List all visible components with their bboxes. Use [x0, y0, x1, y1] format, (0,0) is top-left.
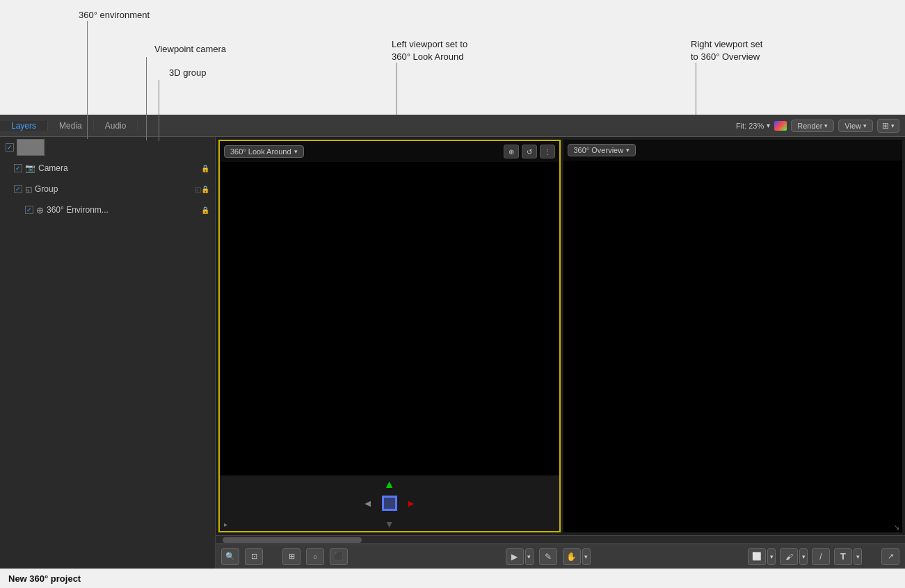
scrollbar-thumb[interactable] — [223, 537, 362, 543]
vp-right-chevron: ▾ — [626, 147, 630, 154]
gizmo-up-arrow: ▲ — [384, 478, 395, 491]
viewport-left: 360° Look Around ▾ ⊕ ↺ ⋮ — [218, 140, 561, 532]
layer-checkbox-camera[interactable]: ✓ — [14, 164, 22, 172]
scroll-left: ▸ — [224, 521, 227, 528]
viewport-right: 360° Overview ▾ ↘ — [563, 140, 903, 532]
viewport-left-dropdown[interactable]: 360° Look Around ▾ — [224, 145, 304, 158]
btn-paint-chevron[interactable]: ▾ — [799, 548, 808, 565]
fit-label: Fit: 23% — [736, 122, 764, 130]
fit-chevron[interactable]: ▾ — [767, 122, 770, 129]
layer-checkbox-group[interactable]: ✓ — [14, 185, 22, 193]
btn-monitor[interactable]: ⬛ — [330, 548, 348, 565]
tool-select-group: ▶ ▾ — [506, 548, 534, 565]
gizmo-container: ▲ ◄ ► ▼ — [362, 475, 417, 531]
select-icon: ▶ — [511, 552, 518, 562]
line-icon: / — [819, 552, 822, 562]
viewport-right-canvas — [563, 161, 903, 532]
viewport-right-dropdown[interactable]: 360° Overview ▾ — [568, 144, 636, 156]
search-icon: 🔍 — [225, 552, 235, 561]
gizmo-right-arrow: ► — [406, 498, 416, 509]
btn-text[interactable]: T — [834, 548, 852, 565]
top-toolbar: Layers Media Audio Fit: 23% ▾ Render ▾ V… — [0, 115, 905, 137]
pen-icon: ✎ — [545, 552, 552, 562]
callout-line-group — [159, 80, 159, 141]
viewport-right-toolbar: 360° Overview ▾ — [563, 140, 903, 161]
btn-text-chevron[interactable]: ▾ — [854, 548, 862, 565]
hand-chevron-icon: ▾ — [584, 553, 588, 560]
layer-item-env[interactable]: ✓ ⊕ 360° Environm... 🔒 — [0, 199, 215, 220]
btn-shape[interactable]: ⬜ — [748, 548, 766, 565]
btn-circle[interactable]: ○ — [306, 548, 324, 565]
annotation-left-vp: Left viewport set to 360° Look Around — [392, 38, 467, 63]
callout-line-left-vp — [397, 63, 397, 115]
view-chevron: ▾ — [863, 122, 867, 129]
tool-text-group: T ▾ — [834, 548, 862, 565]
btn-hand-chevron[interactable]: ▾ — [582, 548, 591, 565]
sidebar: ✓ ✓ 📷 Camera 🔒 ✓ ◱ Group ◱🔒 — [0, 137, 216, 569]
layer-item-group[interactable]: ✓ ◱ Group ◱🔒 — [0, 179, 215, 199]
viewport-left-mode: 360° Look Around — [230, 147, 291, 156]
layer-name-env: 360° Environm... — [47, 205, 198, 215]
btn-grid[interactable]: ⊞ — [282, 548, 301, 565]
hand-icon: ✋ — [566, 552, 577, 562]
color-swatch[interactable] — [774, 121, 787, 131]
btn-select-chevron[interactable]: ▾ — [525, 548, 534, 565]
tool-shape-group: ⬜ ▾ — [748, 548, 776, 565]
main-content: ✓ ✓ 📷 Camera 🔒 ✓ ◱ Group ◱🔒 — [0, 137, 905, 569]
gizmo-center-square — [382, 496, 397, 511]
btn-search[interactable]: 🔍 — [221, 548, 239, 565]
viewport-scrollbar[interactable] — [216, 535, 905, 544]
tool-paint-group: 🖌 ▾ — [780, 548, 808, 565]
layer-item-camera[interactable]: ✓ 📷 Camera 🔒 — [0, 158, 215, 179]
layer-checkbox-project[interactable]: ✓ — [6, 143, 14, 152]
btn-expand[interactable]: ↗ — [881, 548, 899, 565]
layout-button[interactable]: ⊞ ▾ — [877, 119, 899, 133]
btn-select[interactable]: ▶ — [506, 548, 524, 565]
circle-icon: ○ — [313, 553, 318, 561]
vp-btn-crosshair[interactable]: ⊕ — [504, 145, 519, 158]
layer-checkbox-env[interactable]: ✓ — [25, 206, 33, 214]
viewport-left-toolbar: 360° Look Around ▾ ⊕ ↺ ⋮ — [220, 141, 559, 162]
view-button[interactable]: View ▾ — [838, 120, 873, 132]
viewport-left-controls: ⊕ ↺ ⋮ — [504, 145, 555, 158]
env-icon: ⊕ — [36, 205, 44, 215]
btn-layout[interactable]: ⊡ — [245, 548, 263, 565]
annotation-3dgroup: 3D group — [169, 67, 206, 78]
viewport-right-mode: 360° Overview — [574, 146, 624, 154]
vp-btn-more[interactable]: ⋮ — [540, 145, 555, 158]
btn-paint[interactable]: 🖌 — [780, 548, 798, 565]
tab-audio[interactable]: Audio — [94, 121, 138, 131]
annotation-area: 360° environment Viewpoint camera 3D gro… — [0, 0, 905, 115]
vp-left-chevron: ▾ — [294, 148, 298, 155]
layout-icon: ⊞ — [882, 121, 889, 131]
toolbar-right: Fit: 23% ▾ Render ▾ View ▾ ⊞ ▾ — [736, 119, 905, 133]
paint-icon: 🖌 — [785, 553, 793, 561]
tool-hand-group: ✋ ▾ — [563, 548, 591, 565]
layer-lock-env: 🔒 — [201, 206, 209, 214]
callout-line-env — [87, 21, 88, 139]
btn-line[interactable]: / — [812, 548, 830, 565]
callout-line-cam — [146, 57, 147, 140]
render-button[interactable]: Render ▾ — [791, 120, 834, 132]
select-chevron-icon: ▾ — [527, 553, 531, 560]
layer-item-project[interactable]: ✓ — [0, 137, 215, 158]
annotation-360env: 360° environment — [79, 10, 150, 20]
bottom-right-tools: ⬜ ▾ 🖌 ▾ / — [748, 548, 899, 565]
vp-btn-reset[interactable]: ↺ — [522, 145, 537, 158]
btn-pen[interactable]: ✎ — [539, 548, 557, 565]
btn-hand[interactable]: ✋ — [563, 548, 581, 565]
layer-name-camera: Camera — [38, 163, 198, 173]
viewport-area: 360° Look Around ▾ ⊕ ↺ ⋮ — [216, 137, 905, 569]
gizmo-left-arrow: ◄ — [363, 498, 373, 509]
viewport-gizmo: ▲ ◄ ► ▼ — [220, 475, 559, 531]
bottom-toolbar: 🔍 ⊡ ⊞ ○ ⬛ — [216, 544, 905, 569]
viewport-left-canvas — [220, 162, 559, 475]
annotation-right-vp: Right viewport set to 360° Overview — [691, 38, 762, 63]
render-chevron: ▾ — [824, 122, 828, 129]
grid-icon: ⊞ — [289, 552, 295, 561]
layer-lock-group: ◱🔒 — [195, 186, 209, 193]
shape-icon: ⬜ — [752, 552, 762, 561]
btn-shape-chevron[interactable]: ▾ — [767, 548, 776, 565]
tab-layers[interactable]: Layers — [0, 121, 48, 131]
gizmo-down-arrow: ▼ — [385, 518, 394, 530]
